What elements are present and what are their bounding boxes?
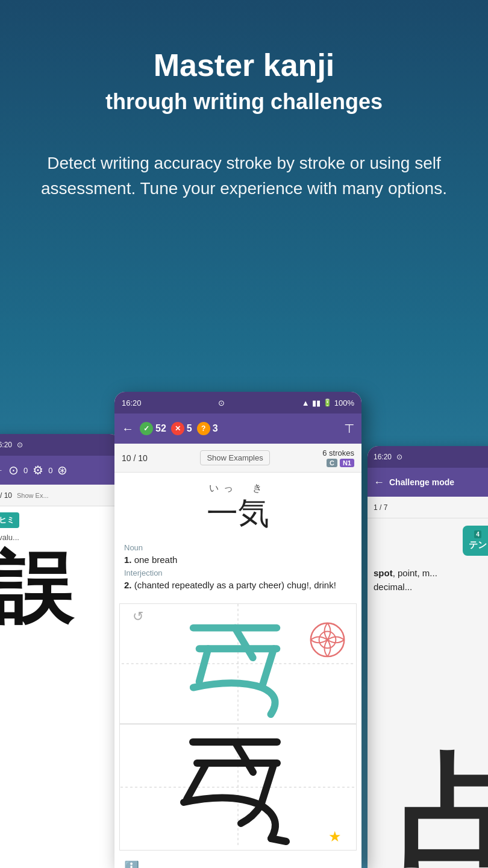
himu-badge: ヒミ xyxy=(0,512,19,528)
phone-right: 16:20 ⊙ ← Challenge mode 1 / 7 4 テン spot… xyxy=(368,446,488,868)
center-status-right: ▲ ▮▮ 🔋 100% xyxy=(302,398,354,407)
wifi-icon: ▲ xyxy=(302,398,310,407)
right-app-title: Challenge mode xyxy=(389,477,454,487)
bottom-icons: ℹ️ xyxy=(114,855,361,868)
center-status-bar: 16:20 ⊙ ▲ ▮▮ 🔋 100% xyxy=(114,392,361,414)
left-status-icon: ⊙ xyxy=(17,441,23,449)
badge-kanji: テン xyxy=(469,539,487,551)
strokes-info: 6 strokes C N1 xyxy=(322,448,354,467)
svg-text:↺: ↺ xyxy=(133,609,143,624)
kanji-display: いっ き 一気 xyxy=(114,473,361,538)
right-content-bar: 1 / 7 xyxy=(368,497,488,518)
kanji-character: 一気 xyxy=(122,497,354,529)
right-back-icon[interactable]: ← xyxy=(374,476,384,489)
left-progress: 1 / 10 xyxy=(0,491,12,500)
right-body: 4 テン spot, point, m...decimal... 占 xyxy=(368,518,488,868)
right-content-text: spot, point, m...decimal... xyxy=(374,567,488,594)
hero-title: Master kanji xyxy=(36,48,452,83)
score-green-badge: ✓ 52 xyxy=(140,422,166,435)
phones-container: 16:20 ⊙ ← ⊙ 0 ⚙ 0 ⊛ 1 / 10 Show Ex... ヒミ… xyxy=(0,374,488,868)
phone-center: 16:20 ⊙ ▲ ▮▮ 🔋 100% ← ✓ 52 ✕ 5 xyxy=(114,392,361,868)
def-1: 1. one breath xyxy=(124,555,352,565)
svg-text:★: ★ xyxy=(328,828,342,844)
yellow-q-icon: ? xyxy=(197,422,210,435)
center-time: 16:20 xyxy=(122,398,142,407)
battery-pct: 100% xyxy=(334,398,354,407)
pos-noun: Noun xyxy=(124,543,352,552)
center-status-circle: ⊙ xyxy=(218,398,225,407)
left-show-examples: Show Ex... xyxy=(17,492,49,499)
tags: C N1 xyxy=(322,459,354,467)
left-score1: 0 xyxy=(23,466,28,475)
center-app-bar: ← ✓ 52 ✕ 5 ? 3 ⊤ xyxy=(114,414,361,444)
left-content-bar: 1 / 10 Show Ex... xyxy=(0,485,120,506)
tag-c: C xyxy=(327,459,337,467)
score-green: 52 xyxy=(155,423,166,434)
score-yellow-badge: ? 3 xyxy=(197,422,218,435)
badge-number: 4 xyxy=(474,530,481,538)
hero-subtitle: through writing challenges xyxy=(36,89,452,115)
battery-icon: 🔋 xyxy=(323,398,332,407)
right-time: 16:20 xyxy=(374,453,392,461)
def-2: 2. (chanted repeatedly as a party cheer)… xyxy=(124,580,352,590)
score-red-badge: ✕ 5 xyxy=(171,422,192,435)
left-status-bar: 16:20 ⊙ xyxy=(0,434,120,456)
pos-interjection: Interjection xyxy=(124,568,352,577)
left-score2: 0 xyxy=(48,466,52,475)
score-yellow: 3 xyxy=(213,423,218,434)
phone-left: 16:20 ⊙ ← ⊙ 0 ⚙ 0 ⊛ 1 / 10 Show Ex... ヒミ… xyxy=(0,434,120,868)
center-content-bar: 10 / 10 Show Examples 6 strokes C N1 xyxy=(114,444,361,473)
kanji-drawing-bottom: ★ xyxy=(120,727,356,848)
right-status-icon: ⊙ xyxy=(396,453,402,461)
left-app-bar: ← ⊙ 0 ⚙ 0 ⊛ xyxy=(0,456,120,485)
left-icon3: ⊛ xyxy=(57,463,67,477)
drawing-area[interactable]: ↺ xyxy=(119,603,357,851)
center-back-icon[interactable]: ← xyxy=(122,422,134,436)
left-kanji: 誤 xyxy=(0,549,114,627)
right-progress: 1 / 7 xyxy=(374,503,387,512)
left-icon1: ⊙ xyxy=(8,463,19,477)
left-body: ヒミ evalu... 誤 xyxy=(0,506,120,634)
show-examples-button[interactable]: Show Examples xyxy=(200,450,269,465)
red-x-icon: ✕ xyxy=(171,422,184,435)
tag-n1: N1 xyxy=(340,459,354,467)
filter-icon[interactable]: ⊤ xyxy=(344,421,354,436)
hero-description: Detect writing accuracy stroke by stroke… xyxy=(36,151,452,201)
score-red: 5 xyxy=(187,423,192,434)
signal-icon: ▮▮ xyxy=(312,398,321,407)
right-kanji-badge: 4 テン xyxy=(463,526,488,556)
right-app-bar: ← Challenge mode xyxy=(368,468,488,497)
score-badges: ✓ 52 ✕ 5 ? 3 xyxy=(140,422,338,435)
right-kanji: 占 xyxy=(398,753,488,868)
left-eval-text: evalu... xyxy=(0,533,114,542)
right-status-bar: 16:20 ⊙ xyxy=(368,446,488,468)
center-progress: 10 / 10 xyxy=(122,453,148,463)
strokes-count: 6 strokes xyxy=(322,448,354,458)
left-time: 16:20 xyxy=(0,441,12,449)
kanji-reading: いっ き xyxy=(122,482,354,495)
hero-section: Master kanji through writing challenges … xyxy=(0,0,488,250)
green-check-icon: ✓ xyxy=(140,422,153,435)
definitions: Noun 1. one breath Interjection 2. (chan… xyxy=(114,538,361,599)
left-back-icon[interactable]: ← xyxy=(0,465,4,476)
left-icon2: ⚙ xyxy=(33,463,43,477)
kanji-drawing-top: ↺ xyxy=(120,604,356,725)
info-icon[interactable]: ℹ️ xyxy=(124,860,139,868)
